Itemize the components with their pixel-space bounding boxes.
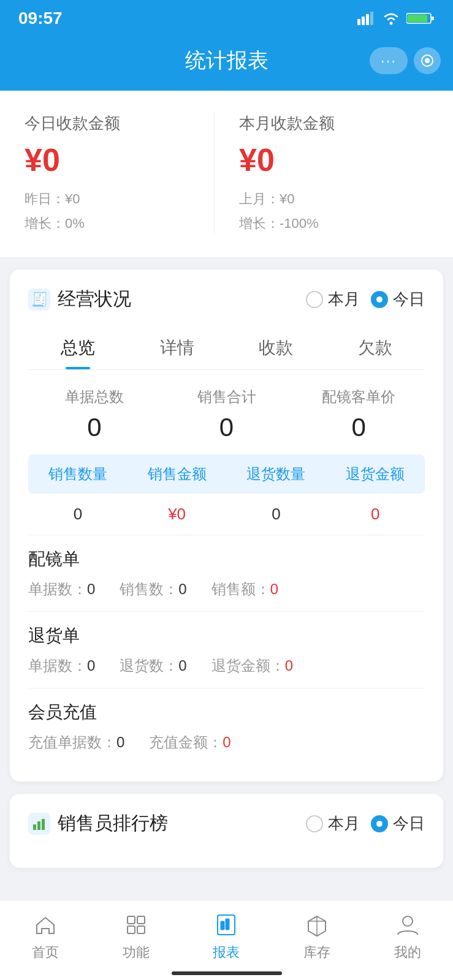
sales-amount-value: ¥0 [128,505,227,524]
tab-detail[interactable]: 详情 [128,326,227,369]
sales-rank-title-group: 销售员排行榜 [28,811,168,836]
profile-icon [393,910,422,940]
month-revenue-label: 本月收款金额 [239,113,428,134]
more-dots: ··· [381,52,397,69]
recharge-amount: 充值金额：0 [149,733,230,752]
today-revenue-amount: ¥0 [25,141,214,178]
revenue-card: 今日收款金额 ¥0 昨日：¥0 增长：0% 本月收款金额 ¥0 上月：¥0 增长… [0,91,453,257]
nav-inventory-label: 库存 [303,943,330,962]
today-revenue: 今日收款金额 ¥0 昨日：¥0 增长：0% [25,113,214,235]
today-revenue-label: 今日收款金额 [25,113,214,134]
nav-profile-label: 我的 [394,943,421,962]
svg-rect-19 [226,919,229,930]
stat-per-customer: 配镜客单价 0 [292,387,425,442]
sales-rank-card: 销售员排行榜 本月 今日 [10,794,443,868]
month-revenue-amount: ¥0 [239,141,428,178]
svg-rect-15 [128,926,135,933]
svg-rect-16 [137,926,145,933]
svg-rect-7 [408,15,427,22]
svg-rect-12 [42,819,45,830]
business-card: 🧾 经营状况 本月 今日 总览 详情 收款 欠款 [10,270,443,782]
status-time: 09:57 [18,9,63,28]
rank-toggle-month[interactable]: 本月 [306,813,360,834]
svg-rect-13 [128,916,135,924]
fitting-bill-count: 单据数：0 [28,579,95,599]
radio-today [371,291,388,308]
nav-home[interactable]: 首页 [0,910,91,962]
more-button[interactable]: ··· [370,47,408,74]
business-tabs: 总览 详情 收款 欠款 [28,326,425,370]
scan-button[interactable] [414,47,441,74]
wifi-icon [382,12,400,25]
battery-icon [406,12,435,25]
svg-rect-3 [370,12,373,25]
svg-point-9 [425,58,430,63]
member-recharge-section: 会员充值 充值单据数：0 充值金额：0 [28,688,425,764]
svg-rect-2 [366,14,369,25]
nav-home-label: 首页 [32,943,59,962]
stats-row: 单据总数 0 销售合计 0 配镜客单价 0 [28,387,425,442]
nav-report[interactable]: 报表 [181,910,272,962]
toggle-this-month[interactable]: 本月 [306,288,360,310]
return-return-count: 退货数：0 [120,656,186,676]
business-toggle: 本月 今日 [306,288,425,310]
home-indicator [172,971,282,975]
page-title: 统计报表 [185,47,268,75]
svg-point-4 [390,22,393,25]
col-sales-amount-header: 销售金额 [128,464,227,484]
return-return-amount: 退货金额：0 [211,656,293,676]
business-title: 经营状况 [58,287,131,312]
report-icon [211,910,241,940]
fitting-order-section: 配镜单 单据数：0 销售数：0 销售额：0 [28,535,425,612]
nav-report-label: 报表 [213,943,240,962]
svg-rect-1 [362,17,365,25]
svg-rect-0 [357,19,360,25]
nav-inventory[interactable]: 库存 [272,910,362,962]
stat-sales-total: 销售合计 0 [161,387,293,442]
bottom-nav: 首页 功能 报表 [0,900,453,980]
app-header: 统计报表 ··· [0,37,453,91]
svg-rect-18 [221,921,224,930]
fitting-order-row: 单据数：0 销售数：0 销售额：0 [28,579,425,599]
svg-rect-14 [137,916,145,924]
fitting-order-title: 配镜单 [28,548,425,571]
rank-icon [28,813,50,835]
signal-icon [357,12,376,25]
sales-rank-toggle: 本月 今日 [306,813,425,834]
svg-rect-6 [431,17,434,20]
fitting-sales-amount: 销售额：0 [211,579,278,599]
status-icons [357,12,435,25]
sales-table-row: 0 ¥0 0 0 [28,494,425,535]
tab-collection[interactable]: 收款 [227,326,326,369]
header-actions: ··· [370,47,441,74]
business-card-header: 🧾 经营状况 本月 今日 [28,287,425,312]
col-return-amount-header: 退货金额 [325,464,425,484]
col-return-qty-header: 退货数量 [227,464,326,484]
nav-function-label: 功能 [123,943,150,962]
toggle-today[interactable]: 今日 [371,288,425,310]
return-qty-value: 0 [227,505,326,524]
nav-function[interactable]: 功能 [91,910,181,962]
main-content: 今日收款金额 ¥0 昨日：¥0 增长：0% 本月收款金额 ¥0 上月：¥0 增长… [0,91,453,966]
function-icon [121,910,151,940]
stat-bill-total: 单据总数 0 [28,387,161,442]
tab-overview[interactable]: 总览 [28,326,128,369]
return-amount-value: 0 [325,505,425,524]
status-bar: 09:57 [0,0,453,37]
nav-profile[interactable]: 我的 [362,910,453,962]
svg-point-21 [403,916,413,926]
radio-month [306,291,323,308]
rank-toggle-today[interactable]: 今日 [371,813,425,834]
recharge-bill-count: 充值单据数：0 [28,733,124,752]
member-recharge-title: 会员充值 [28,701,425,724]
rank-radio-month [306,815,323,832]
month-revenue: 本月收款金额 ¥0 上月：¥0 增长：-100% [214,113,428,235]
svg-rect-11 [37,821,40,830]
tab-arrears[interactable]: 欠款 [325,326,425,369]
inventory-icon [302,910,332,940]
month-sub: 上月：¥0 增长：-100% [239,187,428,235]
business-title-group: 🧾 经营状况 [28,287,131,312]
business-icon: 🧾 [28,288,50,311]
sales-rank-title: 销售员排行榜 [58,811,168,836]
return-bill-count: 单据数：0 [28,656,95,676]
